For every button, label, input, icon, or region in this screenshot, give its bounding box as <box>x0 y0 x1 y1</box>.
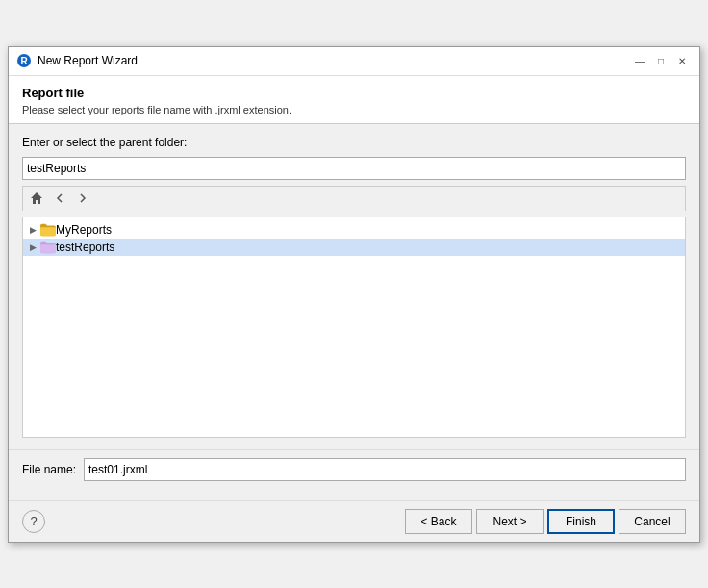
tree-item-testreports-label: testReports <box>56 241 114 254</box>
new-report-wizard-dialog: R New Report Wizard — □ ✕ Report file Pl… <box>8 46 700 543</box>
forward-nav-button[interactable] <box>73 189 92 208</box>
maximize-button[interactable]: □ <box>651 52 670 69</box>
finish-button[interactable]: Finish <box>547 509 615 534</box>
section-description: Please select your reports file name wit… <box>22 104 686 115</box>
cancel-button[interactable]: Cancel <box>619 509 686 534</box>
help-button[interactable]: ? <box>22 510 45 533</box>
section-header: Report file Please select your reports f… <box>9 76 699 124</box>
tree-toolbar <box>22 186 686 211</box>
tree-item-myreports-label: MyReports <box>56 223 112 237</box>
file-name-label: File name: <box>22 463 76 476</box>
title-bar-left: R New Report Wizard <box>16 53 138 68</box>
help-area: ? <box>22 510 45 533</box>
title-bar: R New Report Wizard — □ ✕ <box>9 47 699 76</box>
section-title: Report file <box>22 86 686 100</box>
close-button[interactable]: ✕ <box>672 52 692 69</box>
back-button[interactable]: < Back <box>405 509 472 534</box>
title-controls: — □ ✕ <box>630 52 692 69</box>
next-button[interactable]: Next > <box>476 509 544 534</box>
file-name-input[interactable] <box>84 458 686 481</box>
dialog-title: New Report Wizard <box>38 54 138 67</box>
content-area: Enter or select the parent folder: <box>9 124 699 449</box>
button-bar: ? < Back Next > Finish Cancel <box>9 500 699 542</box>
spacer <box>9 489 699 500</box>
back-nav-button[interactable] <box>50 189 69 208</box>
svg-text:R: R <box>20 56 28 66</box>
home-button[interactable] <box>27 189 46 208</box>
tree-item-myreports[interactable]: ▶ MyReports <box>23 221 685 239</box>
file-name-row: File name: <box>9 449 699 489</box>
parent-folder-input[interactable] <box>22 157 686 180</box>
minimize-button[interactable]: — <box>630 52 649 69</box>
folder-tree[interactable]: ▶ MyReports ▶ testReports <box>22 217 686 438</box>
folder-icon-myreports <box>40 223 56 237</box>
expand-arrow-myreports: ▶ <box>27 224 38 236</box>
tree-item-testreports[interactable]: ▶ testReports <box>23 239 685 256</box>
wizard-icon: R <box>16 53 32 68</box>
expand-arrow-testreports: ▶ <box>27 242 38 253</box>
action-buttons: < Back Next > Finish Cancel <box>405 509 686 534</box>
folder-icon-testreports <box>40 241 56 254</box>
folder-label: Enter or select the parent folder: <box>22 136 686 149</box>
